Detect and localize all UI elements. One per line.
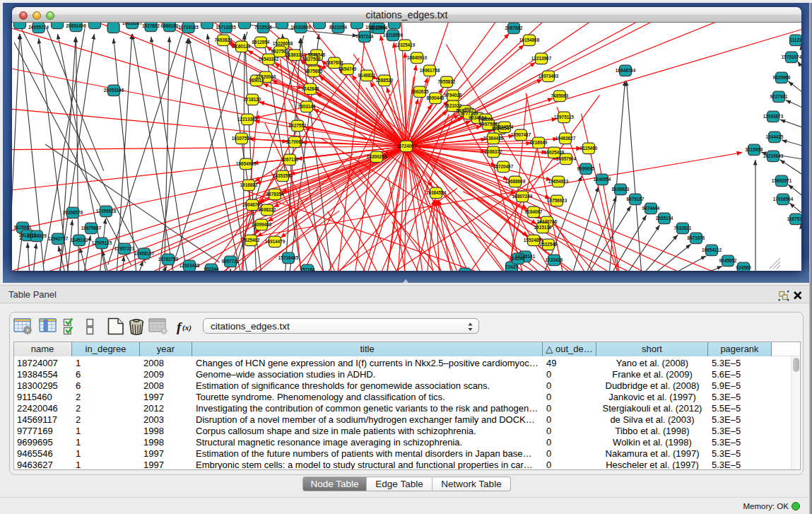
svg-text:12505135: 12505135 <box>92 240 112 245</box>
svg-text:9327508: 9327508 <box>303 57 321 62</box>
svg-text:18724007: 18724007 <box>396 144 417 148</box>
svg-text:12213369: 12213369 <box>237 117 258 122</box>
svg-text:9242848: 9242848 <box>302 86 319 91</box>
svg-text:9857721: 9857721 <box>222 259 240 264</box>
svg-text:16961758: 16961758 <box>420 68 440 73</box>
svg-text:15720407: 15720407 <box>493 164 514 169</box>
svg-text:14353594: 14353594 <box>273 173 293 178</box>
svg-text:9115061: 9115061 <box>14 225 32 230</box>
svg-text:17957223: 17957223 <box>114 246 135 251</box>
svg-text:2087682: 2087682 <box>505 25 523 30</box>
svg-text:10719185: 10719185 <box>178 25 199 30</box>
svg-text:10756923: 10756923 <box>547 198 567 203</box>
svg-text:7515526: 7515526 <box>254 25 272 30</box>
svg-text:14099489: 14099489 <box>252 222 272 227</box>
svg-text:15692971: 15692971 <box>772 178 792 183</box>
svg-text:8813054: 8813054 <box>370 25 388 30</box>
svg-text:16914479: 16914479 <box>265 239 286 244</box>
svg-text:7857224: 7857224 <box>356 34 374 39</box>
svg-text:17359928: 17359928 <box>96 209 117 214</box>
svg-text:1145193: 1145193 <box>71 238 88 243</box>
svg-text:9115460: 9115460 <box>580 146 598 151</box>
svg-text:6879197: 6879197 <box>627 197 645 201</box>
svg-text:18300295: 18300295 <box>367 154 387 159</box>
svg-text:24055724: 24055724 <box>28 25 49 30</box>
svg-text:9184067: 9184067 <box>525 209 543 214</box>
svg-text:16033809: 16033809 <box>290 25 311 30</box>
svg-text:18640910: 18640910 <box>407 55 428 60</box>
svg-text:8912954: 8912954 <box>252 40 270 45</box>
svg-text:6466160: 6466160 <box>161 23 179 28</box>
svg-text:10688609: 10688609 <box>505 179 526 184</box>
svg-text:1362615: 1362615 <box>411 89 429 94</box>
svg-text:12325419: 12325419 <box>395 42 416 47</box>
svg-text:1733426: 1733426 <box>546 257 563 262</box>
svg-text:8454749: 8454749 <box>339 66 357 71</box>
svg-text:8921054: 8921054 <box>329 25 347 30</box>
svg-text:9160124: 9160124 <box>233 44 251 49</box>
svg-text:17016504: 17016504 <box>773 197 794 201</box>
svg-text:3215958: 3215958 <box>746 147 763 152</box>
svg-text:1615132: 1615132 <box>534 225 552 230</box>
svg-text:1167534: 1167534 <box>787 216 801 221</box>
svg-text:3824554: 3824554 <box>496 124 514 129</box>
svg-text:20053346: 20053346 <box>104 88 124 93</box>
svg-text:10975887: 10975887 <box>81 226 102 230</box>
svg-text:19463627: 19463627 <box>555 136 576 141</box>
svg-text:10653267: 10653267 <box>122 23 143 25</box>
svg-text:924565: 924565 <box>736 265 751 270</box>
svg-text:10543382: 10543382 <box>259 57 279 62</box>
svg-text:1621022: 1621022 <box>445 103 462 108</box>
svg-text:989013: 989013 <box>249 78 264 83</box>
svg-text:15716485: 15716485 <box>278 255 299 260</box>
svg-text:8186323: 8186323 <box>286 52 304 57</box>
svg-text:10654112: 10654112 <box>702 247 722 252</box>
svg-text:15751074: 15751074 <box>782 54 801 59</box>
svg-text:6216049: 6216049 <box>530 140 548 145</box>
svg-text:7625402: 7625402 <box>242 238 260 243</box>
svg-text:11123: 11123 <box>789 37 801 42</box>
svg-text:2522540: 2522540 <box>540 242 558 247</box>
svg-text:2718120: 2718120 <box>244 97 261 102</box>
svg-text:12942757: 12942757 <box>48 236 69 241</box>
svg-text:9699695: 9699695 <box>577 166 595 171</box>
svg-text:1588520: 1588520 <box>376 78 394 83</box>
svg-text:10958107: 10958107 <box>134 251 155 256</box>
svg-text:12093873: 12093873 <box>763 114 784 119</box>
svg-text:3267130: 3267130 <box>281 157 299 162</box>
svg-text:15226058: 15226058 <box>273 41 293 46</box>
svg-text:1244415: 1244415 <box>766 134 784 139</box>
svg-text:16210643: 16210643 <box>763 153 784 158</box>
svg-text:9329966: 9329966 <box>773 75 791 80</box>
svg-text:3170061: 3170061 <box>286 139 304 144</box>
svg-text:12975115: 12975115 <box>554 115 575 119</box>
svg-text:7955812: 7955812 <box>438 79 456 84</box>
svg-text:14143: 14143 <box>512 256 524 261</box>
svg-text:10973493: 10973493 <box>539 74 559 78</box>
svg-text:16782759: 16782759 <box>158 257 179 262</box>
svg-text:8938923: 8938923 <box>612 187 630 192</box>
svg-text:2935114: 2935114 <box>656 216 673 221</box>
svg-text:8427552: 8427552 <box>289 123 307 128</box>
svg-text:992344: 992344 <box>204 267 219 271</box>
svg-text:16107554: 16107554 <box>232 136 252 141</box>
svg-text:18807249: 18807249 <box>512 194 533 199</box>
svg-text:12213967: 12213967 <box>531 56 552 61</box>
svg-text:9227341: 9227341 <box>770 94 788 99</box>
svg-text:7463822: 7463822 <box>215 37 233 42</box>
svg-text:2086372: 2086372 <box>485 149 502 154</box>
svg-text:746266: 746266 <box>478 117 493 122</box>
svg-text:21364436: 21364436 <box>483 136 504 141</box>
svg-text:20691406: 20691406 <box>66 23 86 28</box>
svg-text:19654985: 19654985 <box>236 161 257 166</box>
svg-text:10507487: 10507487 <box>511 132 531 137</box>
svg-text:8990448: 8990448 <box>427 95 445 100</box>
svg-text:16648784: 16648784 <box>616 68 636 73</box>
svg-text:f: f <box>177 320 182 334</box>
svg-text:2367608: 2367608 <box>326 60 343 65</box>
svg-text:3875685: 3875685 <box>305 69 323 74</box>
svg-text:1527602: 1527602 <box>142 23 160 28</box>
svg-text:16713355: 16713355 <box>216 25 236 30</box>
svg-text:11156829: 11156829 <box>27 233 47 238</box>
svg-text:157164: 157164 <box>300 267 315 271</box>
